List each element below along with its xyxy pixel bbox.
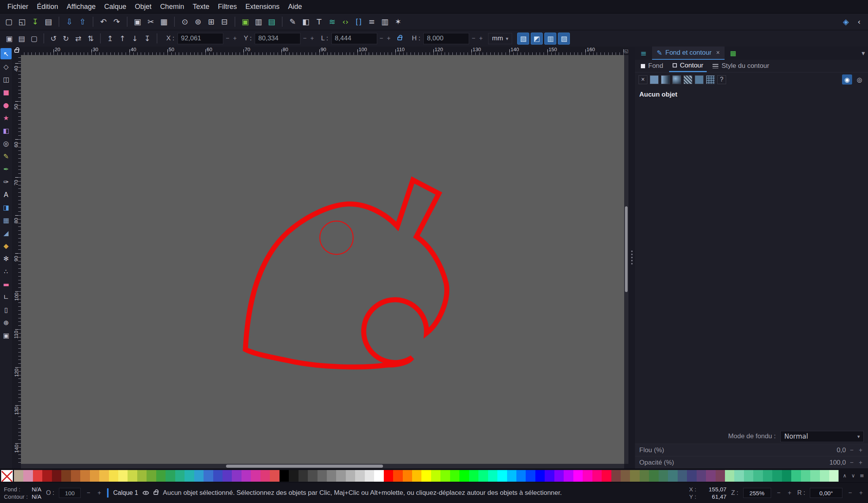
palette-swatch[interactable] <box>697 470 706 482</box>
menu-item[interactable]: Aide <box>284 2 306 12</box>
y-decrement[interactable]: − <box>302 35 308 42</box>
palette-swatch[interactable] <box>459 470 469 482</box>
palette-swatch[interactable] <box>384 470 393 482</box>
new-document[interactable]: ▢ <box>2 15 16 28</box>
zoom-to-page[interactable]: ⊞ <box>205 15 218 28</box>
rectangle-tool[interactable]: ■ <box>0 86 12 98</box>
box-3d-tool[interactable]: ◧ <box>0 125 12 136</box>
y-increment[interactable]: + <box>309 35 315 42</box>
opacity-increment[interactable]: + <box>858 459 864 466</box>
swatch-button[interactable] <box>695 75 704 84</box>
separator[interactable] <box>100 33 101 43</box>
no-color-swatch[interactable] <box>1 470 13 482</box>
rotate-90-ccw[interactable]: ↺ <box>47 32 60 45</box>
copy[interactable]: ▣ <box>131 15 144 28</box>
paste[interactable]: ▦ <box>157 15 171 28</box>
duplicate[interactable]: ▣ <box>239 15 252 28</box>
zoom-input[interactable]: 255% <box>743 488 771 498</box>
radial-gradient-button[interactable] <box>672 75 681 84</box>
fill-stroke-indicator[interactable]: Fond : N/A Contour : N/A <box>4 486 41 500</box>
menu-item[interactable]: Affichage <box>62 2 100 12</box>
separator[interactable] <box>59 17 59 27</box>
tweak-tool[interactable]: ✻ <box>0 253 12 264</box>
palette-swatch[interactable] <box>308 470 317 482</box>
width-decrement[interactable]: − <box>378 35 385 42</box>
print-document[interactable]: ▤ <box>42 15 55 28</box>
objects-dialog[interactable]: [] <box>352 15 365 28</box>
align-distribute-dialog[interactable]: ≡ <box>365 15 378 28</box>
palette-swatch[interactable] <box>744 470 753 482</box>
save-document[interactable]: ↧ <box>29 15 42 28</box>
unknown-paint-button[interactable]: ? <box>717 75 726 84</box>
dock-menu-icon[interactable]: ≡ <box>638 49 649 57</box>
palette-swatch[interactable] <box>621 470 630 482</box>
palette-swatch[interactable] <box>213 470 223 482</box>
palette-swatch[interactable] <box>659 470 668 482</box>
canvas-background[interactable] <box>21 55 624 464</box>
lower[interactable]: ↓ <box>129 32 141 45</box>
width-input[interactable]: 8,444 <box>331 33 377 44</box>
snap-toggle[interactable]: ◈ <box>839 15 852 28</box>
object-properties-dialog[interactable]: ◧ <box>299 15 312 28</box>
palette-swatch[interactable] <box>99 470 109 482</box>
palette-swatch[interactable] <box>791 470 801 482</box>
menu-item[interactable]: Filtres <box>214 2 241 12</box>
text-tool[interactable]: A <box>0 189 12 200</box>
palette-swatch[interactable] <box>829 470 839 482</box>
x-decrement[interactable]: − <box>224 35 231 42</box>
tab-close-icon[interactable]: × <box>714 49 720 56</box>
mesh-gradient-button[interactable] <box>706 75 715 84</box>
vertical-scrollbar-thumb[interactable] <box>625 206 628 292</box>
scale-stroke-toggle[interactable]: ▧ <box>517 33 529 45</box>
spiral-tool[interactable]: ◎ <box>0 138 12 149</box>
palette-swatch[interactable] <box>242 470 251 482</box>
blur-increment[interactable]: + <box>858 447 864 454</box>
palette-swatch[interactable] <box>128 470 137 482</box>
blur-row[interactable]: Flou (%) 0,0 − + <box>635 444 868 456</box>
palette-swatch[interactable] <box>611 470 621 482</box>
palette-swatch[interactable] <box>592 470 602 482</box>
deselect[interactable]: ▢ <box>28 32 40 45</box>
mesh-tool[interactable]: ▦ <box>0 214 12 226</box>
gradient-tool[interactable]: ◨ <box>0 202 12 213</box>
redo[interactable]: ↷ <box>110 15 123 28</box>
palette-scroll-down[interactable]: ∨ <box>850 472 857 480</box>
palette-swatch[interactable] <box>450 470 459 482</box>
palette-swatch[interactable] <box>156 470 166 482</box>
flip-horizontal[interactable]: ⇄ <box>72 32 85 45</box>
x-input[interactable]: 92,061 <box>178 33 223 44</box>
palette-swatch[interactable] <box>678 470 687 482</box>
palette-swatch[interactable] <box>336 470 345 482</box>
palette-swatch[interactable] <box>365 470 374 482</box>
palette-menu-icon[interactable]: ≡ <box>858 472 865 480</box>
horizontal-ruler[interactable]: 2030405060708090100110120130140150160170 <box>21 47 624 55</box>
menu-item[interactable]: Calque <box>100 2 131 12</box>
undo[interactable]: ↶ <box>97 15 110 28</box>
palette-swatch[interactable] <box>497 470 507 482</box>
palette-swatch[interactable] <box>23 470 33 482</box>
palette-swatch[interactable] <box>440 470 450 482</box>
zoom-to-drawing[interactable]: ⊚ <box>192 15 205 28</box>
palette-scroll-up[interactable]: ∧ <box>841 472 848 480</box>
symbols-dialog[interactable]: ≋ <box>326 15 339 28</box>
move-patterns-toggle[interactable]: ▨ <box>558 33 570 45</box>
fill-stroke-dialog[interactable]: ✎ <box>286 15 299 28</box>
palette-swatch[interactable] <box>251 470 260 482</box>
panel-chevron-icon[interactable]: ▾ <box>861 49 865 57</box>
eraser-tool[interactable]: ▬ <box>0 278 12 290</box>
panel-splitter[interactable] <box>628 47 635 468</box>
y-input[interactable]: 80,334 <box>255 33 300 44</box>
palette-swatch[interactable] <box>820 470 829 482</box>
select-all-layers[interactable]: ▤ <box>16 32 28 45</box>
cut[interactable]: ✂ <box>144 15 157 28</box>
flat-color-button[interactable] <box>650 75 659 84</box>
vertical-ruler[interactable]: 405060708090100110120130140 <box>12 55 21 464</box>
palette-swatch[interactable] <box>668 470 677 482</box>
separator[interactable] <box>174 17 175 27</box>
palette-swatch[interactable] <box>763 470 772 482</box>
rotation-input[interactable]: 0,00° <box>810 488 842 498</box>
spray-tool[interactable]: ∴ <box>0 266 12 277</box>
separator[interactable] <box>157 33 157 43</box>
height-input[interactable]: 8,000 <box>423 33 469 44</box>
separator[interactable] <box>43 33 44 43</box>
